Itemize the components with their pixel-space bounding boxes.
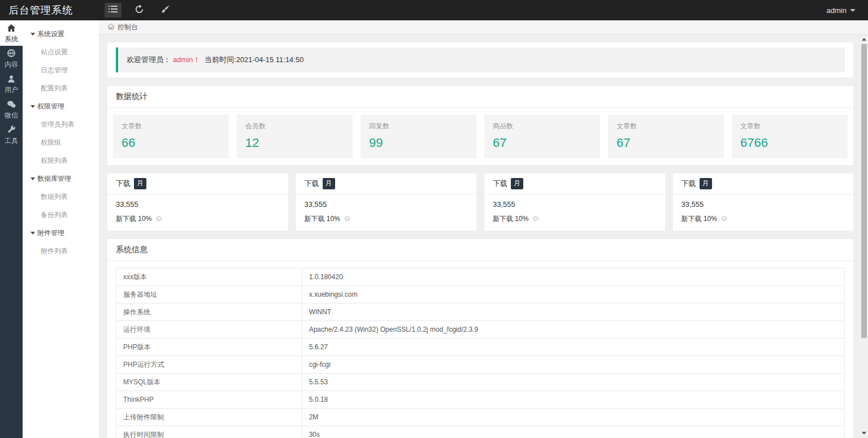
download-card-body: 33,555 新下载 10% ☺: [107, 194, 288, 231]
stat-value: 6766: [740, 136, 839, 150]
refresh-button[interactable]: [131, 3, 147, 18]
table-row: 操作系统WINNT: [116, 303, 845, 321]
download-card-header: 下载 月: [484, 174, 665, 194]
rail-item-tools[interactable]: 工具: [0, 122, 23, 148]
month-badge: 月: [134, 178, 146, 189]
rail-item-label: 用户: [5, 86, 18, 93]
sidebar-group-permission[interactable]: 权限管理: [23, 97, 99, 115]
menu-label: 系统设置: [37, 25, 64, 43]
sidebar-item-permission-list[interactable]: 权限列表: [23, 151, 99, 170]
caret-down-icon: [31, 177, 35, 180]
sidebar-group-system-settings[interactable]: 系统设置: [23, 25, 99, 43]
user-menu[interactable]: admin: [827, 6, 868, 15]
info-value: x.xuebingsi.com: [302, 286, 844, 303]
sidebar-item-admin-list[interactable]: 管理员列表: [23, 115, 99, 133]
scroll-down-arrow-icon[interactable]: [862, 432, 866, 435]
download-sub: 新下载 10%: [116, 215, 151, 223]
refresh-icon: [135, 5, 144, 16]
wrench-icon: [7, 125, 15, 137]
menu-label: 权限管理: [37, 97, 64, 115]
download-sub: 新下载 10%: [493, 215, 528, 223]
download-title: 下载: [305, 179, 319, 189]
rail-item-wechat[interactable]: 微信: [0, 97, 23, 122]
menu-label: 配置列表: [41, 84, 68, 92]
month-badge: 月: [700, 178, 712, 189]
rail-item-system[interactable]: 系统: [0, 20, 23, 46]
sidebar-item-config-list[interactable]: 配置列表: [23, 79, 99, 97]
stat-label: 商品数: [493, 122, 592, 131]
table-row: PHP运行方式cgi-fcgi: [116, 356, 845, 374]
rail-item-content[interactable]: 内容: [0, 46, 23, 71]
sidebar-item-permission-group[interactable]: 权限组: [23, 133, 99, 151]
stat-label: 会员数: [245, 122, 344, 131]
main-area: 控制台 欢迎管理员：admin！ 当前时间:2021-04-15 11:14:5…: [99, 20, 868, 438]
info-label: 操作系统: [116, 303, 302, 321]
table-row: 运行环境Apache/2.4.23 (Win32) OpenSSL/1.0.2j…: [116, 321, 845, 339]
menu-label: 站点设置: [41, 48, 68, 56]
scrollbar-thumb[interactable]: [861, 44, 867, 338]
download-count: 33,555: [493, 200, 657, 209]
rail-item-label: 工具: [5, 137, 18, 144]
smiley-icon: ☺: [155, 214, 163, 223]
menu-label: 权限列表: [41, 157, 68, 164]
breadcrumb-label: 控制台: [118, 23, 138, 32]
download-count: 33,555: [305, 200, 468, 209]
smiley-icon: ☺: [532, 214, 540, 223]
info-value: 5.6.27: [302, 339, 844, 356]
info-label: xxx版本: [116, 268, 302, 286]
sidebar-item-site-settings[interactable]: 站点设置: [23, 43, 99, 61]
download-card-header: 下载 月: [296, 174, 477, 194]
download-title: 下载: [682, 179, 696, 189]
system-info-title: 系统信息: [107, 239, 853, 261]
menu-label: 数据库管理: [37, 170, 71, 188]
info-label: PHP运行方式: [116, 356, 302, 374]
info-label: 执行时间限制: [116, 426, 302, 438]
info-value: 30s: [302, 426, 844, 438]
sidebar-menu: 系统设置 站点设置 日志管理 配置列表 权限管理 管理员列表 权限组 权限列表 …: [23, 20, 99, 438]
stat-value: 66: [121, 136, 220, 150]
download-card-body: 33,555 新下载 10% ☺: [673, 194, 854, 231]
welcome-time: 当前时间:2021-04-15 11:14:50: [205, 55, 303, 64]
sidebar-item-data-list[interactable]: 数据列表: [23, 188, 99, 206]
sidebar-item-log-management[interactable]: 日志管理: [23, 61, 99, 79]
download-sub: 新下载 10%: [682, 215, 717, 223]
info-label: 运行环境: [116, 321, 302, 339]
sidebar-item-backup-list[interactable]: 备份列表: [23, 206, 99, 224]
stat-box-articles-2: 文章数 67: [608, 115, 724, 158]
sidebar-item-attachment-list[interactable]: 附件列表: [23, 242, 99, 260]
menu-label: 备份列表: [41, 211, 68, 219]
smiley-icon: ☺: [343, 214, 351, 223]
caret-down-icon: [31, 105, 35, 108]
download-count: 33,555: [116, 200, 280, 209]
sidebar-group-database[interactable]: 数据库管理: [23, 170, 99, 188]
rail-item-users[interactable]: 用户: [0, 71, 23, 97]
caret-down-icon: [31, 232, 35, 235]
caret-down-icon: [31, 33, 35, 36]
info-value: 1.0.180420: [302, 268, 844, 286]
download-card: 下载 月 33,555 新下载 10% ☺: [107, 174, 288, 231]
month-badge: 月: [323, 178, 335, 189]
globe-icon: [7, 49, 15, 61]
info-label: 服务器地址: [116, 286, 302, 303]
info-value: cgi-fcgi: [302, 356, 844, 374]
sidebar-toggle-button[interactable]: [105, 3, 121, 18]
vertical-scrollbar[interactable]: [860, 34, 868, 438]
download-title: 下载: [116, 179, 131, 189]
smiley-icon: ☺: [720, 214, 728, 223]
welcome-admin-name: admin！: [173, 55, 200, 64]
download-card-header: 下载 月: [673, 174, 854, 194]
sidebar-group-attachment[interactable]: 附件管理: [23, 224, 99, 242]
stat-box-articles-3: 文章数 6766: [732, 115, 848, 158]
download-card: 下载 月 33,555 新下载 10% ☺: [484, 174, 665, 231]
wechat-comments-icon: [7, 101, 16, 112]
stat-label: 文章数: [121, 122, 220, 131]
scroll-up-arrow-icon[interactable]: [862, 38, 866, 41]
content: 欢迎管理员：admin！ 当前时间:2021-04-15 11:14:50 数据…: [99, 34, 868, 438]
info-value: 2M: [302, 409, 844, 426]
breadcrumb[interactable]: 控制台: [99, 20, 868, 34]
stats-row: 文章数 66 会员数 12 回复数 99 商品数 67 文章数 67: [107, 108, 853, 165]
clear-cache-button[interactable]: [157, 3, 173, 18]
download-card-header: 下载 月: [107, 174, 288, 194]
info-label: ThinkPHP: [116, 391, 302, 409]
table-row: 执行时间限制30s: [116, 426, 845, 438]
